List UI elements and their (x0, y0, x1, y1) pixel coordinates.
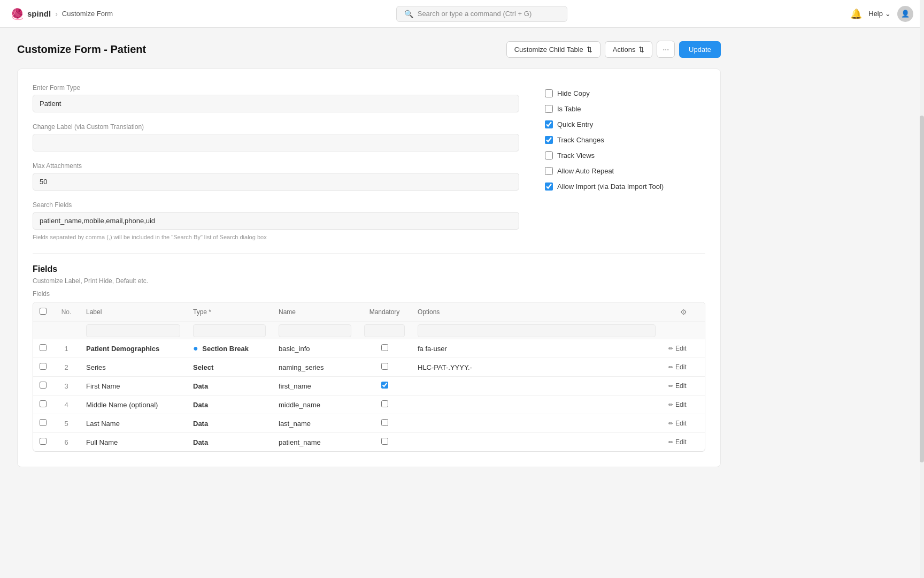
table-row: 5 Last Name Data last_name ✏ Edit (33, 414, 705, 433)
edit-pencil-icon-4: ✏ (668, 420, 673, 427)
customize-child-table-chevron-icon: ⇅ (587, 45, 592, 54)
table-row: 3 First Name Data first_name ✏ Edit (33, 377, 705, 396)
mandatory-checkbox-1[interactable] (381, 363, 388, 370)
app-logo[interactable]: 🧶 spindl (11, 7, 51, 20)
cell-options-0: fa fa-user (411, 339, 662, 358)
max-attachments-label: Max Attachments (33, 162, 519, 170)
cell-edit-5: ✏ Edit (662, 433, 705, 452)
cell-mandatory-2 (358, 377, 411, 396)
help-button[interactable]: Help ⌄ (868, 10, 891, 18)
page-title: Customize Form - Patient (17, 43, 146, 56)
track-views-checkbox[interactable] (545, 151, 553, 159)
edit-link-4[interactable]: ✏ Edit (668, 420, 698, 427)
cell-name-2: first_name (272, 377, 358, 396)
actions-button[interactable]: Actions ⇅ (605, 41, 653, 58)
update-button[interactable]: Update (679, 41, 721, 58)
more-options-button[interactable]: ··· (657, 41, 675, 58)
is-table-checkbox[interactable] (545, 105, 553, 113)
edit-pencil-icon-5: ✏ (668, 439, 673, 446)
cell-name-4: last_name (272, 414, 358, 433)
search-fields-group: Search Fields Fields separated by comma … (33, 201, 519, 240)
cell-name-0: basic_info (272, 339, 358, 358)
cell-no-0: 1 (53, 339, 80, 358)
page-actions: Customize Child Table ⇅ Actions ⇅ ··· Up… (506, 41, 721, 58)
filter-mandatory-input[interactable] (364, 324, 405, 337)
edit-link-1[interactable]: ✏ Edit (668, 363, 698, 371)
th-select-all (33, 302, 53, 322)
form-two-col: Enter Form Type Change Label (via Custom… (33, 84, 705, 240)
allow-import-checkbox[interactable] (545, 182, 553, 191)
hide-copy-checkbox[interactable] (545, 89, 553, 97)
change-label-input[interactable] (33, 134, 519, 151)
cell-edit-4: ✏ Edit (662, 414, 705, 433)
customize-child-table-button[interactable]: Customize Child Table ⇅ (506, 41, 600, 58)
cell-label-5: Full Name (80, 433, 187, 452)
change-label-group: Change Label (via Custom Translation) (33, 123, 519, 151)
cell-edit-0: ✏ Edit (662, 339, 705, 358)
edit-link-0[interactable]: ✏ Edit (668, 345, 698, 352)
select-all-checkbox[interactable] (40, 308, 47, 315)
mandatory-checkbox-4[interactable] (381, 419, 388, 426)
allow-import-label: Allow Import (via Data Import Tool) (557, 182, 664, 191)
filter-name-input[interactable] (279, 324, 351, 337)
app-name: spindl (27, 9, 51, 18)
max-attachments-input[interactable] (33, 173, 519, 191)
scrollbar-track[interactable] (920, 0, 924, 491)
avatar[interactable]: 👤 (897, 6, 913, 22)
table-header-row: No. Label Type * Name Mandatory Options … (33, 302, 705, 322)
mandatory-checkbox-2[interactable] (381, 382, 388, 389)
quick-entry-checkbox[interactable] (545, 120, 553, 128)
fields-section: Fields Customize Label, Print Hide, Defa… (33, 264, 705, 452)
allow-import-checkbox-row: Allow Import (via Data Import Tool) (545, 182, 705, 191)
mandatory-checkbox-5[interactable] (381, 438, 388, 445)
filter-label-input[interactable] (86, 324, 180, 337)
cell-label-1: Series (80, 358, 187, 377)
form-type-input[interactable] (33, 95, 519, 112)
track-changes-checkbox-row: Track Changes (545, 136, 705, 144)
edit-link-2[interactable]: ✏ Edit (668, 382, 698, 390)
actions-chevron-icon: ⇅ (638, 45, 644, 54)
allow-auto-repeat-label: Allow Auto Repeat (557, 167, 614, 175)
cell-type-3: Data (187, 396, 272, 414)
help-label: Help (868, 10, 883, 18)
filter-type-input[interactable] (193, 324, 266, 337)
search-fields-input[interactable] (33, 212, 519, 230)
form-col-left: Enter Form Type Change Label (via Custom… (33, 84, 519, 240)
row-checkbox-2[interactable] (40, 382, 47, 389)
cell-label-0: Patient Demographics (80, 339, 187, 358)
quick-entry-label: Quick Entry (557, 120, 593, 128)
hide-copy-checkbox-row: Hide Copy (545, 89, 705, 97)
edit-link-5[interactable]: ✏ Edit (668, 438, 698, 446)
row-checkbox-3[interactable] (40, 400, 47, 407)
row-checkbox-4[interactable] (40, 419, 47, 426)
search-bar[interactable]: 🔍 Search or type a command (Ctrl + G) (396, 6, 567, 22)
cell-mandatory-4 (358, 414, 411, 433)
edit-pencil-icon-0: ✏ (668, 345, 673, 352)
notifications-button[interactable]: 🔔 (850, 8, 862, 20)
edit-link-3[interactable]: ✏ Edit (668, 401, 698, 408)
cell-no-1: 2 (53, 358, 80, 377)
th-mandatory: Mandatory (358, 302, 411, 322)
help-chevron-icon: ⌄ (885, 10, 891, 18)
filter-options-input[interactable] (418, 324, 656, 337)
row-checkbox-1[interactable] (40, 363, 47, 370)
row-checkbox-0[interactable] (40, 344, 47, 351)
quick-entry-checkbox-row: Quick Entry (545, 120, 705, 128)
cell-type-0: ● Section Break (187, 339, 272, 358)
th-label: Label (80, 302, 187, 322)
page-header: Customize Form - Patient Customize Child… (17, 41, 721, 58)
search-fields-hint: Fields separated by comma (,) will be in… (33, 234, 519, 240)
gear-icon[interactable]: ⚙ (680, 308, 687, 316)
mandatory-checkbox-0[interactable] (381, 344, 388, 351)
fields-section-subtitle: Customize Label, Print Hide, Default etc… (33, 277, 705, 285)
cell-options-4 (411, 414, 662, 433)
row-checkbox-5[interactable] (40, 438, 47, 445)
scrollbar-thumb[interactable] (920, 116, 924, 462)
mandatory-checkbox-3[interactable] (381, 400, 388, 407)
allow-auto-repeat-checkbox[interactable] (545, 167, 553, 175)
cell-options-5 (411, 433, 662, 452)
fields-table-wrapper: No. Label Type * Name Mandatory Options … (33, 302, 705, 452)
track-changes-checkbox[interactable] (545, 136, 553, 144)
th-no: No. (53, 302, 80, 322)
nav-right: 🔔 Help ⌄ 👤 (850, 6, 913, 22)
